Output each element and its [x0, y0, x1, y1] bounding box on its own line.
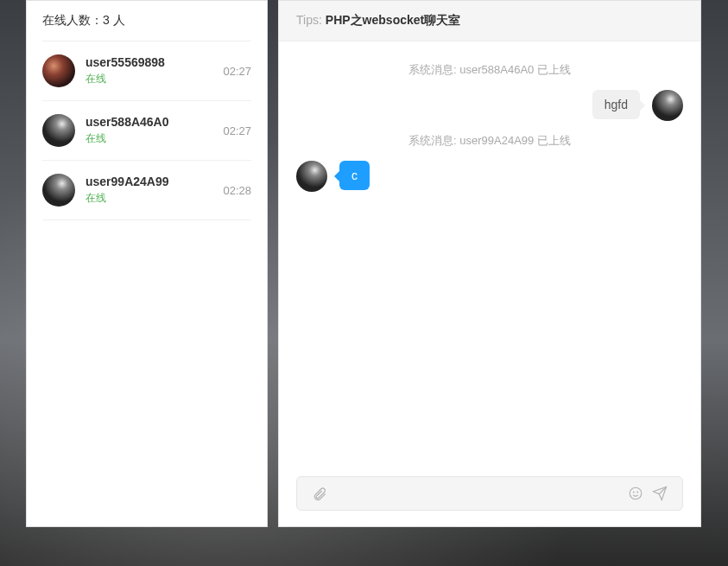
- message-bubble: hgfd: [592, 90, 640, 119]
- avatar: [42, 174, 75, 207]
- chat-input-area: [279, 466, 700, 526]
- avatar: [652, 90, 683, 121]
- user-time: 02:27: [223, 65, 251, 78]
- attach-icon[interactable]: [307, 484, 332, 503]
- tips-text: PHP之websocket聊天室: [326, 13, 460, 27]
- message-row: c: [296, 161, 683, 192]
- sidebar: 在线人数：3 人 user55569898在线02:27user588A46A0…: [26, 0, 268, 527]
- svg-point-1: [633, 492, 634, 493]
- user-name: user55569898: [85, 55, 223, 69]
- chat-header: Tips:PHP之websocket聊天室: [279, 1, 700, 41]
- chat-input-container: [296, 476, 683, 511]
- user-status: 在线: [85, 131, 223, 146]
- user-status: 在线: [85, 72, 223, 86]
- tips-label: Tips:: [296, 13, 322, 27]
- user-status: 在线: [85, 191, 223, 206]
- user-item[interactable]: user55569898在线02:27: [42, 41, 251, 101]
- chat-panel: Tips:PHP之websocket聊天室 系统消息: user588A46A0…: [278, 0, 701, 527]
- user-item[interactable]: user588A46A0在线02:27: [42, 101, 251, 161]
- avatar: [296, 161, 327, 192]
- user-name: user99A24A99: [85, 175, 223, 188]
- user-item[interactable]: user99A24A99在线02:28: [42, 161, 251, 220]
- user-time: 02:27: [223, 124, 251, 137]
- online-count: 3: [103, 13, 110, 27]
- message-row: hgfd: [296, 90, 683, 121]
- user-time: 02:28: [223, 184, 251, 197]
- send-icon[interactable]: [648, 484, 672, 503]
- user-meta: user588A46A0在线: [85, 115, 223, 146]
- user-name: user588A46A0: [85, 115, 223, 129]
- svg-point-2: [637, 492, 638, 493]
- avatar: [42, 114, 75, 147]
- message-bubble: c: [339, 161, 370, 190]
- emoji-icon[interactable]: [624, 484, 648, 503]
- online-count-prefix: 在线人数：: [42, 13, 103, 27]
- online-count-suffix: 人: [110, 13, 125, 27]
- message-input[interactable]: [340, 487, 615, 500]
- user-meta: user55569898在线: [85, 55, 223, 86]
- user-list: user55569898在线02:27user588A46A0在线02:27us…: [27, 41, 267, 220]
- online-count-header: 在线人数：3 人: [42, 1, 251, 41]
- user-meta: user99A24A99在线: [85, 175, 223, 206]
- chat-messages[interactable]: 系统消息: user588A46A0 已上线hgfd系统消息: user99A2…: [279, 41, 700, 466]
- avatar: [42, 54, 75, 87]
- system-message: 系统消息: user588A46A0 已上线: [296, 62, 683, 78]
- svg-point-0: [630, 487, 642, 499]
- system-message: 系统消息: user99A24A99 已上线: [296, 133, 683, 149]
